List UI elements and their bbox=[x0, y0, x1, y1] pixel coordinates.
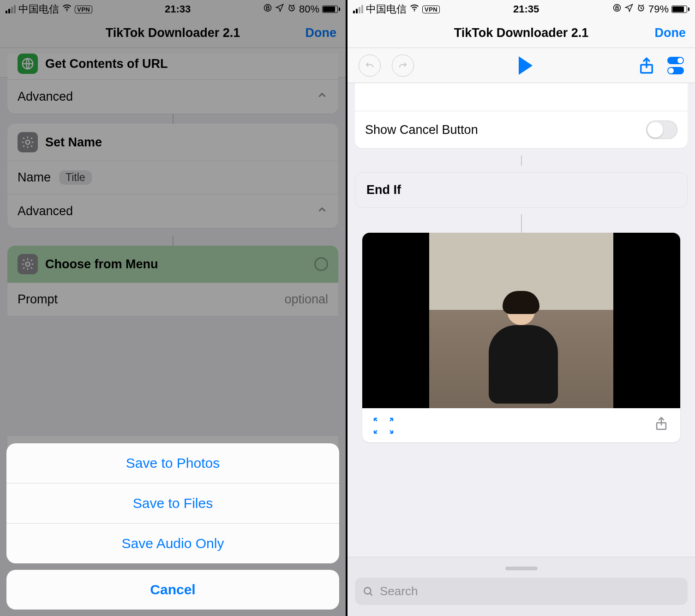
share-button[interactable] bbox=[637, 56, 656, 75]
carrier-label: 中国电信 bbox=[366, 2, 407, 16]
grabber-handle[interactable] bbox=[505, 567, 538, 570]
undo-button[interactable] bbox=[359, 54, 381, 77]
nav-bar-right: TikTok Downloader 2.1 Done bbox=[348, 18, 695, 48]
lock-rotation-icon bbox=[612, 3, 622, 15]
video-result-card bbox=[362, 233, 680, 442]
settings-toggles-button[interactable] bbox=[667, 57, 684, 74]
show-cancel-toggle[interactable] bbox=[646, 121, 677, 139]
editor-toolbar bbox=[348, 48, 695, 83]
done-button[interactable]: Done bbox=[655, 26, 686, 40]
action-sheet: Save to Photos Save to Files Save Audio … bbox=[6, 443, 339, 610]
end-if-label: End If bbox=[366, 183, 401, 197]
redo-button[interactable] bbox=[392, 54, 414, 77]
battery-icon bbox=[671, 6, 689, 13]
svg-rect-9 bbox=[616, 8, 618, 10]
show-cancel-row[interactable]: Show Cancel Button bbox=[355, 111, 688, 148]
right-screenshot: 中国电信 VPN 21:35 79% TikTok Downloader 2.1… bbox=[348, 0, 695, 616]
search-dock[interactable]: Search bbox=[348, 557, 695, 616]
alarm-icon bbox=[636, 3, 646, 15]
expand-icon[interactable] bbox=[373, 417, 391, 432]
left-screenshot: 中国电信 VPN 21:33 80% TikTok Downloader 2.1… bbox=[0, 0, 348, 616]
signal-icon bbox=[353, 5, 363, 13]
video-subject bbox=[489, 297, 553, 404]
connector bbox=[348, 214, 695, 233]
sheet-option-audio[interactable]: Save Audio Only bbox=[6, 523, 339, 563]
video-frame bbox=[429, 233, 614, 408]
battery-percent: 79% bbox=[648, 3, 669, 15]
search-input[interactable]: Search bbox=[355, 578, 688, 605]
play-button[interactable] bbox=[516, 56, 535, 75]
connector bbox=[348, 156, 695, 166]
sheet-cancel-button[interactable]: Cancel bbox=[6, 570, 339, 610]
search-icon bbox=[362, 586, 374, 598]
sheet-option-photos[interactable]: Save to Photos bbox=[6, 443, 339, 483]
wifi-icon bbox=[409, 3, 419, 16]
show-cancel-action[interactable]: Show Cancel Button bbox=[355, 83, 688, 148]
svg-point-13 bbox=[364, 587, 371, 594]
end-if-block[interactable]: End If bbox=[355, 172, 688, 208]
video-preview[interactable] bbox=[362, 233, 680, 408]
search-placeholder: Search bbox=[380, 584, 418, 598]
svg-point-7 bbox=[414, 10, 415, 11]
status-bar-right: 中国电信 VPN 21:35 79% bbox=[348, 0, 695, 18]
vpn-badge: VPN bbox=[422, 6, 440, 13]
status-time: 21:35 bbox=[513, 3, 539, 15]
sheet-option-files[interactable]: Save to Files bbox=[6, 483, 339, 523]
show-cancel-label: Show Cancel Button bbox=[365, 123, 478, 137]
workflow-content-right: Show Cancel Button End If bbox=[348, 83, 695, 561]
share-result-button[interactable] bbox=[653, 416, 669, 433]
nav-title: TikTok Downloader 2.1 bbox=[454, 26, 589, 40]
location-icon bbox=[624, 3, 634, 15]
